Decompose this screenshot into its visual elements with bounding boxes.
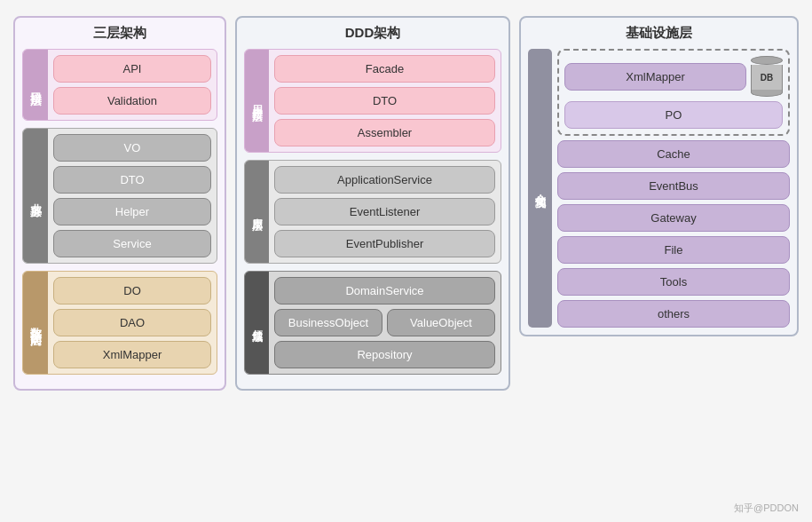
ddd-domain-layer: 领域层 DomainService BusinessObject ValueOb… xyxy=(244,271,501,375)
user-label: 用户接口层 xyxy=(245,50,269,152)
storage-col: XmlMapper DB PO Cache EventBus Gateway xyxy=(557,49,790,328)
layer-yewu: 业务层 VO DTO Helper Service xyxy=(22,128,217,264)
yewu-content: VO DTO Helper Service xyxy=(48,129,217,263)
item-file: File xyxy=(557,236,790,264)
item-service: Service xyxy=(53,230,211,257)
ddd-user-layer: 用户接口层 Facade DTO Assembler xyxy=(244,49,501,153)
db-row: XmlMapper DB xyxy=(564,56,783,97)
item-po: PO xyxy=(564,101,783,129)
item-helper: Helper xyxy=(53,198,211,225)
layer-jiekou: 接口层 API Validation xyxy=(22,49,217,121)
db-cylinder: DB xyxy=(751,56,783,97)
app-content: ApplicationService EventListener EventPu… xyxy=(269,161,501,263)
item-eventlistener: EventListener xyxy=(274,198,495,225)
item-eventbus: EventBus xyxy=(557,172,790,200)
item-tools: Tools xyxy=(557,268,790,296)
item-others: others xyxy=(557,300,790,328)
item-validation: Validation xyxy=(53,87,211,115)
item-gateway: Gateway xyxy=(557,204,790,232)
db-bottom xyxy=(751,90,783,97)
dashed-box: XmlMapper DB PO xyxy=(557,49,790,136)
item-domainservice: DomainService xyxy=(274,277,495,304)
jiekou-content: API Validation xyxy=(48,50,217,120)
arch-right: 基础设施层 仓储实现 XmlMapper DB PO xyxy=(519,16,799,336)
item-facade: Facade xyxy=(274,55,495,83)
data-content: DO DAO XmlMapper xyxy=(48,272,217,374)
watermark: 知乎@PDDON xyxy=(734,502,799,515)
domain-label: 领域层 xyxy=(245,272,269,374)
item-appservice: ApplicationService xyxy=(274,166,495,194)
item-repository: Repository xyxy=(274,341,495,368)
db-top xyxy=(751,56,783,65)
main-container: 三层架构 接口层 API Validation 业务层 VO DTO Helpe… xyxy=(0,0,812,522)
data-label: 数据访问层 xyxy=(23,272,48,374)
item-valueobject: ValueObject xyxy=(387,309,495,336)
layer-data: 数据访问层 DO DAO XmlMapper xyxy=(22,271,217,375)
item-xmlmapper-left: XmlMapper xyxy=(53,341,211,368)
item-dto-middle: DTO xyxy=(274,87,495,115)
right-inner: 仓储实现 XmlMapper DB PO Cache xyxy=(528,49,790,328)
item-assembler: Assembler xyxy=(274,119,495,146)
item-eventpublisher: EventPublisher xyxy=(274,230,495,257)
item-cache: Cache xyxy=(557,140,790,168)
yewu-label: 业务层 xyxy=(23,129,48,263)
jiekou-label: 接口层 xyxy=(23,50,48,120)
ddd-app-layer: 应用层 ApplicationService EventListener Eve… xyxy=(244,160,501,264)
app-label: 应用层 xyxy=(245,161,269,263)
arch-middle: DDD架构 用户接口层 Facade DTO Assembler 应用层 App… xyxy=(235,16,510,391)
item-dao: DAO xyxy=(53,309,211,336)
item-api: API xyxy=(53,55,211,83)
item-businessobject: BusinessObject xyxy=(274,309,382,336)
item-vo: VO xyxy=(53,134,211,162)
right-title: 基础设施层 xyxy=(528,25,790,42)
item-xmlmapper-right: XmlMapper xyxy=(564,63,746,91)
left-title: 三层架构 xyxy=(22,25,217,42)
item-do: DO xyxy=(53,277,211,304)
cangchu-label: 仓储实现 xyxy=(528,49,552,328)
user-content: Facade DTO Assembler xyxy=(269,50,501,152)
db-body: DB xyxy=(751,65,783,90)
domain-mid-row: BusinessObject ValueObject xyxy=(274,309,495,336)
domain-content: DomainService BusinessObject ValueObject… xyxy=(269,272,501,374)
arch-left: 三层架构 接口层 API Validation 业务层 VO DTO Helpe… xyxy=(13,16,226,391)
middle-title: DDD架构 xyxy=(244,25,501,42)
item-dto-left: DTO xyxy=(53,166,211,194)
